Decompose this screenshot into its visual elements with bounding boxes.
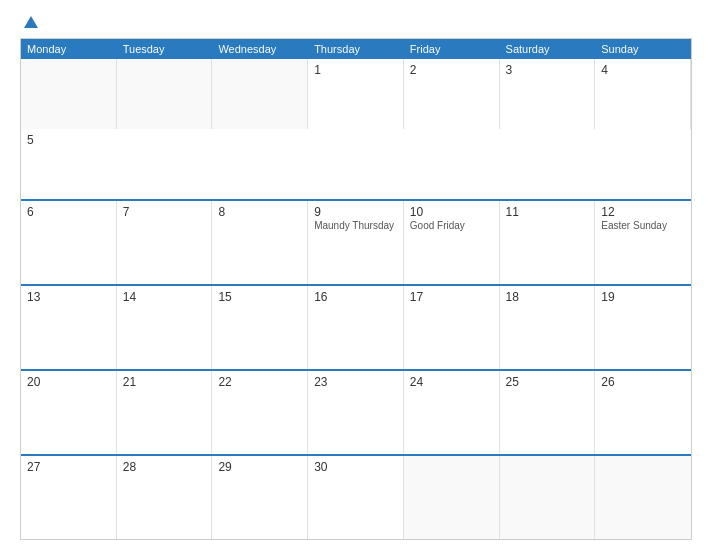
cell-event: Maundy Thursday	[314, 220, 394, 231]
calendar-cell	[21, 59, 117, 129]
cell-number: 24	[410, 375, 493, 389]
calendar-cell: 17	[404, 286, 500, 369]
cell-number: 20	[27, 375, 110, 389]
cell-number: 1	[314, 63, 397, 77]
cell-number: 2	[410, 63, 493, 77]
cell-event: Easter Sunday	[601, 220, 667, 231]
logo-triangle-icon	[24, 16, 38, 28]
day-header-monday: Monday	[21, 39, 117, 59]
day-header-friday: Friday	[404, 39, 500, 59]
cell-number: 7	[123, 205, 206, 219]
calendar-cell: 19	[595, 286, 691, 369]
calendar-cell	[595, 456, 691, 539]
calendar-cell: 12Easter Sunday	[595, 201, 691, 284]
calendar-cell: 9Maundy Thursday	[308, 201, 404, 284]
calendar-cell	[117, 59, 213, 129]
week-row-3: 13141516171819	[21, 284, 691, 369]
calendar-cell	[212, 59, 308, 129]
calendar-cell: 1	[308, 59, 404, 129]
calendar-cell: 2	[404, 59, 500, 129]
cell-number: 10	[410, 205, 493, 219]
cell-number: 15	[218, 290, 301, 304]
cell-number: 5	[27, 133, 111, 147]
calendar-cell: 30	[308, 456, 404, 539]
calendar-cell: 22	[212, 371, 308, 454]
calendar-cell: 5	[21, 129, 117, 199]
day-header-wednesday: Wednesday	[212, 39, 308, 59]
day-header-sunday: Sunday	[595, 39, 691, 59]
day-header-thursday: Thursday	[308, 39, 404, 59]
calendar-cell: 21	[117, 371, 213, 454]
cell-number: 16	[314, 290, 397, 304]
cell-number: 9	[314, 205, 397, 219]
cell-number: 19	[601, 290, 685, 304]
week-row-4: 20212223242526	[21, 369, 691, 454]
cell-number: 27	[27, 460, 110, 474]
header	[20, 16, 692, 28]
cell-number: 21	[123, 375, 206, 389]
cell-number: 30	[314, 460, 397, 474]
cell-number: 13	[27, 290, 110, 304]
calendar-cell: 8	[212, 201, 308, 284]
week-row-5: 27282930	[21, 454, 691, 539]
cell-event: Good Friday	[410, 220, 465, 231]
calendar-cell: 24	[404, 371, 500, 454]
calendar-cell: 3	[500, 59, 596, 129]
cell-number: 26	[601, 375, 685, 389]
calendar-cell: 26	[595, 371, 691, 454]
calendar-cell: 25	[500, 371, 596, 454]
calendar-cell: 18	[500, 286, 596, 369]
calendar-cell: 29	[212, 456, 308, 539]
cell-number: 8	[218, 205, 301, 219]
cell-number: 28	[123, 460, 206, 474]
cell-number: 12	[601, 205, 685, 219]
page: MondayTuesdayWednesdayThursdayFridaySatu…	[0, 0, 712, 550]
calendar-cell: 6	[21, 201, 117, 284]
logo	[20, 16, 38, 28]
cell-number: 11	[506, 205, 589, 219]
calendar-cell: 4	[595, 59, 691, 129]
cell-number: 3	[506, 63, 589, 77]
cell-number: 25	[506, 375, 589, 389]
calendar-cell	[404, 456, 500, 539]
day-header-saturday: Saturday	[500, 39, 596, 59]
day-header-tuesday: Tuesday	[117, 39, 213, 59]
calendar-cell: 23	[308, 371, 404, 454]
calendar-cell: 11	[500, 201, 596, 284]
week-row-1: 12345	[21, 59, 691, 199]
weeks-container: 123456789Maundy Thursday10Good Friday111…	[21, 59, 691, 539]
cell-number: 23	[314, 375, 397, 389]
calendar-cell: 16	[308, 286, 404, 369]
days-header: MondayTuesdayWednesdayThursdayFridaySatu…	[21, 39, 691, 59]
calendar: MondayTuesdayWednesdayThursdayFridaySatu…	[20, 38, 692, 540]
calendar-cell: 14	[117, 286, 213, 369]
cell-number: 18	[506, 290, 589, 304]
calendar-cell: 28	[117, 456, 213, 539]
cell-number: 17	[410, 290, 493, 304]
calendar-cell: 15	[212, 286, 308, 369]
week-row-2: 6789Maundy Thursday10Good Friday1112East…	[21, 199, 691, 284]
calendar-cell	[500, 456, 596, 539]
calendar-cell: 13	[21, 286, 117, 369]
cell-number: 14	[123, 290, 206, 304]
calendar-cell: 7	[117, 201, 213, 284]
cell-number: 29	[218, 460, 301, 474]
cell-number: 6	[27, 205, 110, 219]
cell-number: 22	[218, 375, 301, 389]
calendar-cell: 20	[21, 371, 117, 454]
logo-blue-text	[20, 16, 38, 28]
calendar-cell: 27	[21, 456, 117, 539]
cell-number: 4	[601, 63, 684, 77]
calendar-cell: 10Good Friday	[404, 201, 500, 284]
